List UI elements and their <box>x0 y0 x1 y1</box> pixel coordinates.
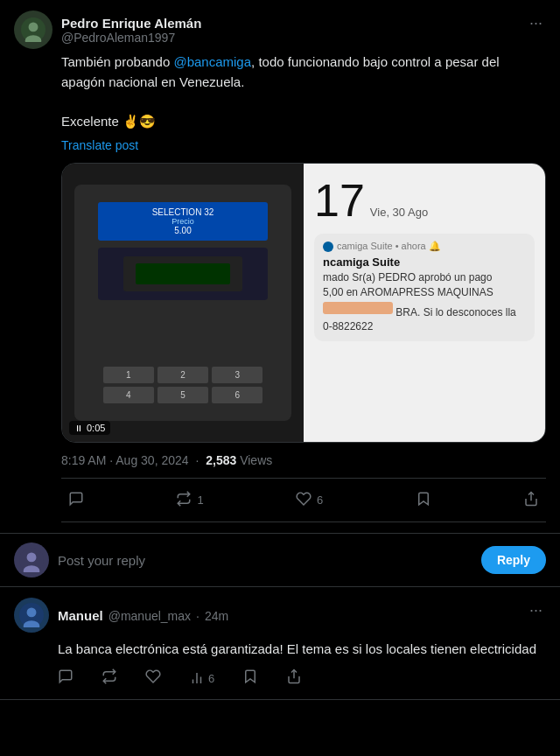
reply-input[interactable]: Post your reply <box>58 553 472 568</box>
display-name[interactable]: Pedro Enrique Alemán <box>61 16 201 31</box>
views-label: Views <box>240 453 272 467</box>
comment-views-button[interactable]: 6 <box>189 668 214 689</box>
comment-username[interactable]: @manuel_max <box>108 609 191 623</box>
comment-bookmark-button[interactable] <box>242 668 258 689</box>
pos-key-4: 4 <box>103 387 154 403</box>
comment-like-button[interactable] <box>145 668 161 689</box>
reply-button[interactable]: Reply <box>481 546 546 574</box>
separator: · <box>195 453 199 467</box>
retweet-button[interactable]: 1 <box>169 486 210 514</box>
tweet-header-left: Pedro Enrique Alemán @PedroAleman1997 <box>14 10 201 49</box>
main-tweet: Pedro Enrique Alemán @PedroAleman1997 ··… <box>0 0 560 534</box>
notification-body: mado Sr(a) PEDRO aprobó un pago 5,00 en … <box>323 270 526 334</box>
svg-point-5 <box>27 552 37 562</box>
like-count: 6 <box>317 494 323 507</box>
media-container: SELECTION 32 Precio 5.00 1 2 3 4 <box>61 163 546 443</box>
pos-inner-screen <box>136 263 231 284</box>
bookmark-button[interactable] <box>409 486 438 514</box>
phone-number: 0-8822622 <box>323 320 373 332</box>
comment-header: Manuel @manuel_max · 24m ··· <box>14 598 546 633</box>
mention[interactable]: @bancamiga <box>173 54 251 69</box>
comment-icon <box>68 491 84 509</box>
pause-icon: ⏸ <box>74 424 83 433</box>
pos-screen-amount: 5.00 <box>105 226 261 235</box>
reply-section: Post your reply Reply <box>0 534 560 587</box>
tweet-timestamp: 8:19 AM · Aug 30, 2024 <box>61 453 189 467</box>
pos-terminal: SELECTION 32 Precio 5.00 1 2 3 4 <box>74 185 291 421</box>
avatar[interactable] <box>14 10 52 49</box>
translate-link[interactable]: Translate post <box>61 138 546 152</box>
retweet-icon <box>176 491 192 509</box>
username[interactable]: @PedroAleman1997 <box>61 31 201 45</box>
comment-display-name[interactable]: Manuel <box>58 608 103 623</box>
like-button[interactable]: 6 <box>289 486 330 514</box>
tweet-text-before-mention: También probando <box>61 54 173 69</box>
pos-key-5: 5 <box>158 387 208 403</box>
share-icon <box>523 491 539 509</box>
share-button[interactable] <box>516 486 546 514</box>
phone-date-label: Vie, 30 Ago <box>370 206 428 219</box>
pos-key-3: 3 <box>212 367 262 383</box>
user-info: Pedro Enrique Alemán @PedroAleman1997 <box>61 16 201 45</box>
pos-keypad: 1 2 3 4 5 6 <box>103 367 263 403</box>
comment-more-button[interactable]: ··· <box>526 598 546 623</box>
pos-display <box>123 256 242 291</box>
comment-header-left: Manuel @manuel_max · 24m <box>14 598 228 633</box>
video-duration: 0:05 <box>87 423 105 433</box>
blurred-info <box>323 302 393 314</box>
tweet-meta: 8:19 AM · Aug 30, 2024 · 2,583 Views <box>61 453 546 467</box>
comment-user-info: Manuel @manuel_max · 24m <box>58 608 228 623</box>
tweet-header: Pedro Enrique Alemán @PedroAleman1997 ··… <box>14 10 546 49</box>
comment-timestamp: 24m <box>205 609 228 623</box>
pos-screen-label: Precio <box>105 217 261 226</box>
comment-actions: 6 <box>58 668 546 689</box>
app-icon <box>323 242 333 252</box>
pos-screen: SELECTION 32 Precio 5.00 <box>98 202 268 241</box>
svg-point-8 <box>27 607 37 617</box>
comment-tweet: Manuel @manuel_max · 24m ··· La banca el… <box>0 587 560 700</box>
reply-avatar <box>14 542 49 578</box>
video-badge: ⏸ 0:05 <box>69 421 110 435</box>
more-options-button[interactable]: ··· <box>526 10 546 36</box>
comment-reply-button[interactable] <box>58 668 74 689</box>
retweet-count: 1 <box>197 494 203 507</box>
tweet-text: También probando @bancamiga, todo funcio… <box>61 52 546 131</box>
comment-time: · <box>196 609 200 623</box>
svg-point-1 <box>29 22 38 32</box>
bookmark-icon <box>416 491 431 509</box>
phone-date-row: 17 Vie, 30 Ago <box>314 178 535 223</box>
views-count: 2,583 <box>206 453 236 467</box>
action-bar: 1 6 <box>61 478 546 522</box>
comment-views-count: 6 <box>208 672 214 685</box>
notification-card: camiga Suite • ahora 🔔 ncamiga Suite mad… <box>314 234 535 341</box>
media-right: 17 Vie, 30 Ago camiga Suite • ahora 🔔 nc… <box>304 164 545 442</box>
notification-header: camiga Suite • ahora 🔔 <box>323 241 526 252</box>
comment-button[interactable] <box>61 486 91 514</box>
pos-body <box>98 248 268 300</box>
like-icon <box>296 491 312 509</box>
pos-key-2: 2 <box>158 367 208 383</box>
comment-share-button[interactable] <box>286 668 302 689</box>
pos-key-6: 6 <box>212 387 262 403</box>
comment-avatar[interactable] <box>14 598 49 633</box>
comment-retweet-button[interactable] <box>102 668 117 689</box>
notification-app: camiga Suite • ahora 🔔 <box>337 241 441 252</box>
media-left: SELECTION 32 Precio 5.00 1 2 3 4 <box>62 164 304 442</box>
notification-title: ncamiga Suite <box>323 256 526 269</box>
phone-date-number: 17 <box>314 178 365 223</box>
pos-screen-selection: SELECTION 32 <box>105 207 261 217</box>
tweet-body: También probando @bancamiga, todo funcio… <box>61 52 546 522</box>
comment-body: La banca electrónica está garantizada! E… <box>58 640 546 660</box>
pos-key-1: 1 <box>103 367 154 383</box>
